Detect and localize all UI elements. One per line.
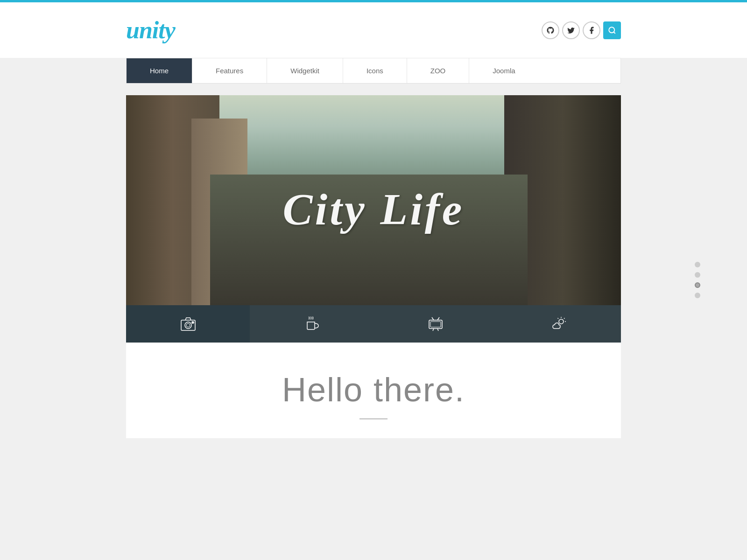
- search-button[interactable]: [603, 21, 621, 39]
- hello-divider: [359, 418, 388, 420]
- scroll-dot-1[interactable]: [695, 262, 700, 267]
- hello-title: Hello there.: [135, 371, 612, 409]
- hero-icon-weather-section[interactable]: [497, 305, 621, 343]
- header-icon-group: [542, 21, 621, 39]
- scroll-dot-2[interactable]: [695, 272, 700, 278]
- hero-section: City Life: [126, 95, 621, 343]
- hero-icon-tv-section[interactable]: [374, 305, 497, 343]
- svg-point-3: [185, 322, 191, 329]
- nav-item-icons[interactable]: Icons: [343, 58, 407, 83]
- scroll-dot-4[interactable]: [695, 293, 700, 298]
- facebook-icon: [587, 26, 596, 35]
- scroll-dot-3[interactable]: [695, 282, 700, 288]
- search-icon: [608, 26, 616, 35]
- scroll-indicators: [695, 262, 700, 298]
- twitter-icon: [567, 26, 575, 35]
- tv-icon: [427, 315, 444, 332]
- nav-item-widgetkit[interactable]: Widgetkit: [267, 58, 343, 83]
- svg-line-15: [564, 318, 565, 319]
- hero-icon-bar: [126, 305, 621, 343]
- twitter-button[interactable]: [562, 21, 580, 39]
- svg-point-4: [186, 323, 190, 327]
- hero-title: City Life: [283, 187, 465, 232]
- svg-point-5: [192, 322, 194, 323]
- nav-item-joomla[interactable]: Joomla: [469, 58, 538, 83]
- nav-item-features[interactable]: Features: [192, 58, 267, 83]
- logo[interactable]: unity: [126, 16, 175, 44]
- svg-rect-11: [430, 322, 441, 327]
- nav-item-zoo[interactable]: ZOO: [407, 58, 470, 83]
- hero-icon-coffee-section[interactable]: [250, 305, 374, 343]
- building-left: [126, 95, 219, 305]
- main-content: City Life: [126, 95, 621, 438]
- nav-item-home[interactable]: Home: [127, 58, 192, 83]
- header: unity: [0, 2, 747, 58]
- navigation: Home Features Widgetkit Icons ZOO Joomla: [126, 58, 621, 84]
- facebook-button[interactable]: [583, 21, 600, 39]
- svg-line-9: [432, 317, 434, 320]
- coffee-icon: [303, 315, 320, 332]
- weather-icon: [551, 315, 568, 332]
- svg-line-16: [557, 318, 558, 319]
- svg-line-1: [613, 32, 615, 33]
- camera-icon: [180, 315, 197, 332]
- hero-icon-camera-section[interactable]: [126, 305, 250, 343]
- hello-section: Hello there.: [126, 343, 621, 438]
- svg-point-0: [609, 27, 614, 33]
- svg-line-10: [437, 317, 439, 320]
- github-button[interactable]: [542, 21, 559, 39]
- svg-point-12: [559, 319, 564, 324]
- github-icon: [546, 26, 555, 35]
